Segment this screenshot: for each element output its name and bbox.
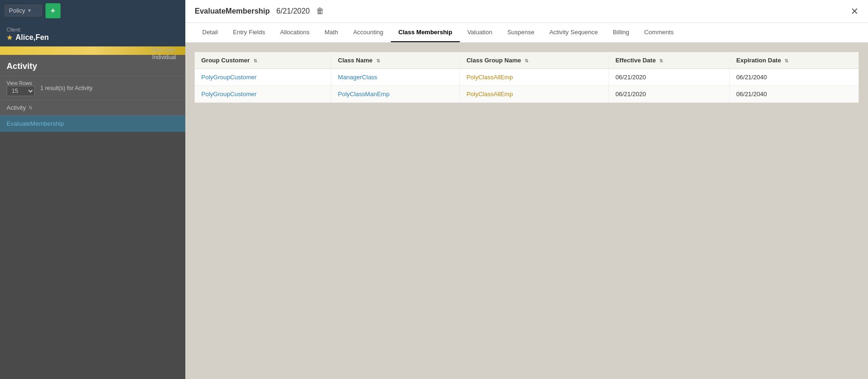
sort-arrow-class-name: ⇅ <box>376 58 380 63</box>
policy-dropdown[interactable]: Policy ▼ <box>5 5 42 16</box>
tab-entry-fields[interactable]: Entry Fields <box>225 23 273 42</box>
modal-date: 6/21/2020 <box>276 7 310 15</box>
modal: EvaluateMembership 6/21/2020 🗑 ✕ Detail … <box>185 0 868 379</box>
tab-class-membership[interactable]: Class Membership <box>391 23 460 42</box>
client-type-value: Individual <box>152 54 176 61</box>
col-header-class-name[interactable]: Class Name ⇅ <box>331 52 460 69</box>
membership-table: Group Customer ⇅ Class Name ⇅ Class Grou… <box>195 52 859 103</box>
modal-header: EvaluateMembership 6/21/2020 🗑 ✕ <box>185 0 868 23</box>
tab-accounting[interactable]: Accounting <box>346 23 391 42</box>
view-rows-label: View Rows <box>7 80 32 86</box>
cell-effective-date: 06/21/2020 <box>609 69 730 86</box>
table-header-row: Group Customer ⇅ Class Name ⇅ Class Grou… <box>195 52 859 69</box>
cell-group-customer[interactable]: PolyGroupCustomer <box>195 86 331 103</box>
col-header-group-customer[interactable]: Group Customer ⇅ <box>195 52 331 69</box>
tab-activity-sequence[interactable]: Activity Sequence <box>542 23 605 42</box>
cell-class-group-name[interactable]: PolyClassAllEmp <box>460 69 609 86</box>
tab-suspense[interactable]: Suspense <box>500 23 542 42</box>
policy-label: Policy <box>9 7 25 14</box>
tab-valuation[interactable]: Valuation <box>460 23 500 42</box>
tab-detail[interactable]: Detail <box>195 23 225 42</box>
tab-allocations[interactable]: Allocations <box>273 23 317 42</box>
cell-class-group-name[interactable]: PolyClassAllEmp <box>460 86 609 103</box>
cell-class-name[interactable]: ManagerClass <box>331 69 460 86</box>
cell-class-name[interactable]: PolyClassManEmp <box>331 86 460 103</box>
tab-math[interactable]: Math <box>317 23 346 42</box>
close-button[interactable]: ✕ <box>851 7 859 16</box>
left-panel: Policy ▼ + Client: ★ Alice,Fen Client Ty… <box>0 0 185 379</box>
activity-row-value: EvaluateMembership <box>7 120 64 127</box>
sort-arrow-class-group-name: ⇅ <box>525 58 528 63</box>
policy-bar: Policy ▼ + <box>0 0 185 21</box>
sort-arrow-effective-date: ⇅ <box>659 58 663 63</box>
col-header-expiration-date[interactable]: Expiration Date ⇅ <box>730 52 859 69</box>
sort-icon: ⇅ <box>29 105 32 110</box>
cell-expiration-date: 06/21/2040 <box>730 69 859 86</box>
tab-comments[interactable]: Comments <box>637 23 681 42</box>
chevron-down-icon: ▼ <box>27 8 32 13</box>
modal-title: EvaluateMembership <box>195 7 270 15</box>
client-name: Alice,Fen <box>15 33 49 42</box>
tab-billing[interactable]: Billing <box>605 23 637 42</box>
activity-col-label: Activity <box>7 104 26 111</box>
col-header-class-group-name[interactable]: Class Group Name ⇅ <box>460 52 609 69</box>
cell-group-customer[interactable]: PolyGroupCustomer <box>195 69 331 86</box>
trash-icon[interactable]: 🗑 <box>316 7 324 16</box>
activity-row[interactable]: EvaluateMembership <box>0 115 185 132</box>
cell-effective-date: 06/21/2020 <box>609 86 730 103</box>
col-header-effective-date[interactable]: Effective Date ⇅ <box>609 52 730 69</box>
add-button[interactable]: + <box>46 3 61 18</box>
table-row: PolyGroupCustomerManagerClassPolyClassAl… <box>195 69 859 86</box>
results-text: 1 result(s) for Activity <box>40 85 92 91</box>
sort-arrow-expiration-date: ⇅ <box>784 58 788 63</box>
cell-expiration-date: 06/21/2040 <box>730 86 859 103</box>
table-row: PolyGroupCustomerPolyClassManEmpPolyClas… <box>195 86 859 103</box>
client-label: Client: <box>7 27 179 32</box>
table-area: Group Customer ⇅ Class Name ⇅ Class Grou… <box>185 43 868 379</box>
view-rows-select[interactable]: 15 25 50 <box>7 86 35 96</box>
activity-col-header: Activity ⇅ <box>0 100 185 115</box>
tabs-bar: Detail Entry Fields Allocations Math Acc… <box>185 23 868 43</box>
client-section: Client: ★ Alice,Fen Client Type: Individ… <box>0 21 185 46</box>
client-type-label: Client Type: <box>151 47 176 53</box>
sort-arrow-group-customer: ⇅ <box>253 58 257 63</box>
star-icon: ★ <box>7 34 13 41</box>
client-name-row: ★ Alice,Fen <box>7 33 179 42</box>
view-rows-bar: View Rows 15 25 50 1 result(s) for Activ… <box>0 76 185 100</box>
